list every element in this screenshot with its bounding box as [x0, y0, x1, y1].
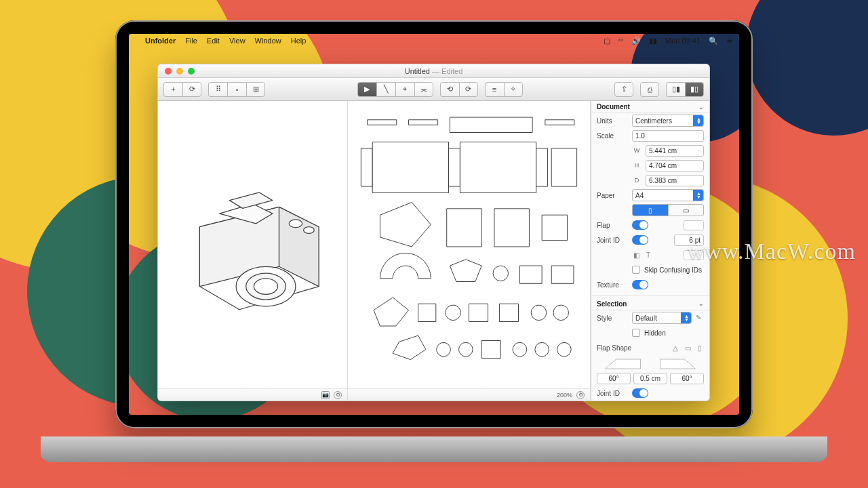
- palette-icon[interactable]: ◧: [632, 251, 640, 259]
- wifi-icon[interactable]: ⌔: [618, 37, 623, 45]
- svg-point-34: [553, 305, 568, 320]
- flap-width-input[interactable]: 0.5 cm: [633, 373, 667, 384]
- svg-point-25: [493, 266, 508, 281]
- flap-shape-label: Flap Shape: [597, 344, 631, 352]
- width-input[interactable]: 5.441 cm: [646, 145, 704, 157]
- scale-input[interactable]: 1.0: [632, 130, 704, 142]
- menu-file[interactable]: File: [185, 37, 197, 45]
- svg-rect-27: [551, 266, 574, 283]
- menu-help[interactable]: Help: [291, 37, 307, 45]
- zoom-level[interactable]: 200%: [557, 392, 572, 399]
- orientation-portrait[interactable]: ▯: [633, 205, 668, 216]
- selection-jointid-toggle[interactable]: [632, 388, 648, 398]
- svg-point-30: [446, 305, 460, 320]
- svg-rect-29: [418, 304, 436, 321]
- share-button[interactable]: ⇪: [614, 82, 633, 97]
- camera-3d-model: [165, 108, 340, 386]
- texture-label: Texture: [597, 281, 628, 289]
- svg-marker-43: [660, 359, 696, 369]
- svg-marker-4: [229, 192, 272, 208]
- select-tool-button[interactable]: ▶: [357, 82, 376, 97]
- texture-toggle[interactable]: [632, 280, 648, 289]
- flap-color-swatch[interactable]: [684, 220, 704, 230]
- window-minimize-icon[interactable]: [176, 68, 183, 75]
- spotlight-icon[interactable]: 🔍: [709, 37, 718, 45]
- flap-shape-rect-icon[interactable]: ▭: [684, 344, 692, 352]
- depth-input[interactable]: 6.383 cm: [646, 175, 704, 186]
- rotate-right-button[interactable]: ⟳: [459, 82, 478, 97]
- svg-marker-32: [499, 304, 518, 321]
- layout-voxel-button[interactable]: ▫: [227, 82, 246, 97]
- volume-icon[interactable]: 🔊: [631, 37, 641, 45]
- svg-marker-21: [447, 209, 481, 247]
- selection-section-header[interactable]: Selection ⌄: [591, 298, 709, 310]
- svg-rect-14: [361, 148, 372, 186]
- menu-view[interactable]: View: [229, 37, 245, 45]
- units-select[interactable]: Centimeters ▲▼: [632, 115, 704, 127]
- menu-window[interactable]: Window: [255, 37, 281, 45]
- flap-toggle[interactable]: [632, 220, 648, 230]
- window-close-icon[interactable]: [165, 68, 172, 75]
- layout-grid-button[interactable]: ⊞: [246, 82, 265, 97]
- svg-rect-16: [449, 148, 460, 186]
- preview-3d-pane[interactable]: 📷 ⚙: [158, 101, 348, 401]
- flap-shape-tab-icon[interactable]: ▯: [696, 344, 704, 352]
- anchor-tool-button[interactable]: ⌖: [395, 82, 414, 97]
- document-section-header[interactable]: Document ⌄: [591, 101, 709, 113]
- battery-icon[interactable]: ▮▮: [649, 37, 657, 45]
- flap-label: Flap: [597, 222, 628, 229]
- window-zoom-icon[interactable]: [188, 68, 195, 75]
- airplay-icon[interactable]: ▢: [604, 37, 610, 45]
- flap-shape-tri-icon[interactable]: △: [671, 344, 679, 352]
- align-button[interactable]: ≡: [485, 82, 504, 97]
- menu-edit[interactable]: Edit: [207, 37, 220, 45]
- document-section-title: Document: [597, 103, 630, 110]
- magic-button[interactable]: ✧: [504, 82, 523, 97]
- edit-style-icon[interactable]: ✎: [696, 314, 704, 322]
- orientation-landscape[interactable]: ▭: [668, 205, 704, 216]
- jointid-size-input[interactable]: 6 pt: [674, 235, 704, 246]
- svg-point-41: [557, 342, 572, 357]
- hidden-checkbox[interactable]: [632, 329, 640, 337]
- app-name[interactable]: Unfolder: [145, 37, 176, 45]
- add-button[interactable]: ＋: [163, 82, 182, 97]
- siri-icon[interactable]: ≣: [726, 37, 732, 45]
- font-icon[interactable]: T: [644, 251, 652, 259]
- orientation-segmented[interactable]: ▯ ▭: [632, 204, 704, 216]
- unfold-2d-pane[interactable]: 200% ⚙: [348, 101, 591, 401]
- preview-settings-icon[interactable]: ⚙: [334, 391, 342, 399]
- print-button[interactable]: ⎙: [640, 82, 659, 97]
- svg-marker-28: [374, 298, 408, 326]
- svg-rect-19: [551, 148, 576, 186]
- papercraft-layout: [355, 108, 583, 386]
- canvas-settings-icon[interactable]: ⚙: [576, 391, 585, 399]
- refresh-button[interactable]: ⟳: [182, 82, 201, 97]
- jointid-toggle[interactable]: [632, 235, 648, 245]
- layout-collapse-button[interactable]: ⠿: [208, 82, 227, 97]
- depth-key: D: [632, 177, 642, 184]
- rotate-left-button[interactable]: ⟲: [440, 82, 459, 97]
- snapshot-icon[interactable]: 📷: [321, 391, 330, 399]
- paper-label: Paper: [597, 192, 628, 199]
- window-titlebar[interactable]: Untitled — Edited: [158, 64, 709, 78]
- flap-angle-left-input[interactable]: 60°: [597, 373, 631, 384]
- hidden-label: Hidden: [644, 329, 666, 337]
- line-tool-button[interactable]: ╲: [376, 82, 395, 97]
- right-panel-toggle[interactable]: ▮▯: [685, 82, 704, 97]
- skip-ids-checkbox[interactable]: [632, 266, 640, 274]
- scale-label: Scale: [597, 132, 628, 140]
- svg-rect-12: [450, 117, 532, 132]
- left-panel-toggle[interactable]: ▯▮: [666, 82, 685, 97]
- style-select[interactable]: Default ▲▼: [632, 312, 692, 324]
- app-toolbar: ＋ ⟳ ⠿ ▫ ⊞ ▶ ╲ ⌖ ⫘ ⟲ ⟳: [158, 78, 709, 101]
- app-window: Untitled — Edited ＋ ⟳ ⠿ ▫ ⊞ ▶ ╲: [157, 64, 710, 401]
- jointid-color-swatch[interactable]: [684, 250, 704, 260]
- menubar-clock[interactable]: Mon 09:41: [665, 37, 701, 45]
- paper-select[interactable]: A4 ▲▼: [632, 189, 704, 201]
- join-tool-button[interactable]: ⫘: [414, 82, 433, 97]
- height-input[interactable]: 4.704 cm: [646, 160, 704, 171]
- svg-marker-20: [380, 202, 431, 247]
- flap-angle-right-input[interactable]: 60°: [670, 373, 704, 384]
- svg-rect-13: [545, 120, 574, 125]
- style-value: Default: [635, 314, 657, 322]
